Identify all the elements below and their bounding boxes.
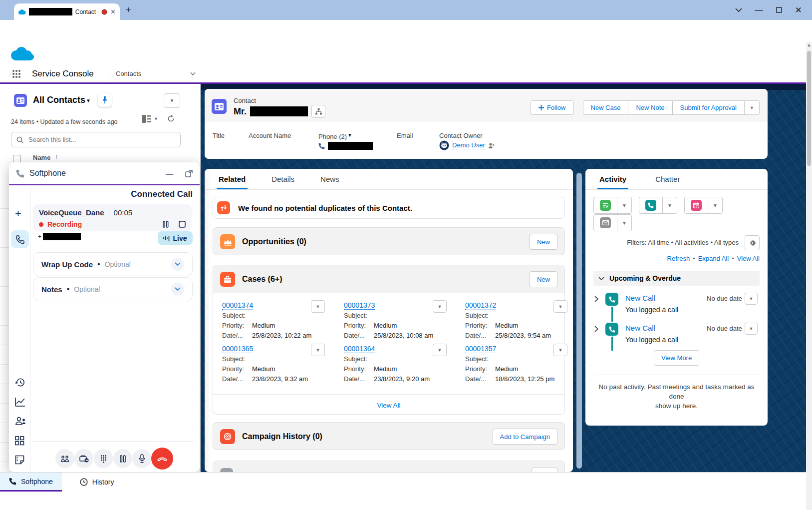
sort-ascending-icon[interactable]: ↑ [55, 153, 58, 160]
log-call-split-button[interactable]: ▼ [639, 197, 677, 214]
cases-title[interactable]: Cases (6+) [242, 275, 282, 284]
tab-chatter[interactable]: Chatter [653, 170, 682, 189]
phone-dropdown-icon[interactable]: ▼ [347, 132, 352, 138]
add-to-campaign-button[interactable]: Add to Campaign [493, 429, 557, 445]
opportunities-new-button[interactable]: New [530, 234, 557, 250]
notes-pad-icon[interactable] [15, 455, 24, 465]
case-number-link[interactable]: 00001364 [344, 345, 375, 353]
wrap-up-code-section[interactable]: Wrap Up Code • Optional [33, 252, 193, 276]
salesforce-logo[interactable] [8, 45, 36, 64]
tab-related[interactable]: Related [217, 170, 248, 189]
case-number-link[interactable]: 00001365 [222, 345, 253, 353]
chevron-down-icon[interactable]: ▼ [663, 197, 677, 213]
cases-new-button[interactable]: New [530, 271, 557, 287]
tab-activity[interactable]: Activity [597, 170, 628, 189]
conference-button[interactable] [55, 449, 74, 468]
chevron-down-icon[interactable]: ▼ [617, 215, 631, 231]
apps-grid-icon[interactable] [15, 436, 24, 446]
app-launcher-waffle-icon[interactable] [12, 69, 21, 78]
list-refresh-icon[interactable] [167, 114, 175, 123]
view-hierarchy-button[interactable] [311, 105, 325, 118]
transfer-call-button[interactable] [74, 449, 93, 468]
new-tab-button[interactable]: + [126, 5, 131, 15]
change-owner-icon[interactable] [488, 142, 495, 149]
new-note-button[interactable]: New Note [628, 100, 672, 115]
expand-item-chevron-icon[interactable] [594, 296, 598, 302]
popout-icon[interactable] [185, 170, 193, 177]
browser-tab[interactable]: Contact | Sal ✕ [14, 3, 120, 20]
window-close-button[interactable]: ✕ [795, 5, 802, 15]
pause-recording-icon[interactable] [163, 221, 169, 228]
scroll-up-arrow-icon[interactable]: ▲ [806, 42, 812, 49]
activity-filter-settings-button[interactable] [745, 235, 760, 250]
activity-actions-button[interactable]: ▼ [745, 323, 758, 335]
live-transcription-pill[interactable]: Live [158, 231, 193, 245]
tab-news[interactable]: News [318, 170, 341, 189]
follow-button[interactable]: Follow [531, 100, 574, 115]
owner-link[interactable]: Demo User [452, 141, 485, 149]
case-number-link[interactable]: 00001357 [465, 345, 496, 353]
end-call-button[interactable] [151, 448, 173, 470]
contacts-directory-icon[interactable] [15, 416, 26, 426]
view-all-link[interactable]: View All [737, 255, 760, 262]
activity-actions-button[interactable]: ▼ [745, 293, 758, 305]
list-search[interactable] [11, 132, 181, 147]
case-row-actions-button[interactable]: ▼ [311, 300, 325, 313]
utility-tab-history[interactable]: History [71, 473, 123, 492]
stats-chart-icon[interactable] [15, 397, 25, 407]
list-view-chevron-icon[interactable]: ▼ [86, 98, 91, 103]
case-row-actions-button[interactable]: ▼ [433, 300, 447, 313]
section-collapse-chevron-icon[interactable] [598, 277, 604, 280]
email-split-button[interactable]: ▼ [593, 214, 632, 231]
more-actions-dropdown-button[interactable]: ▼ [745, 100, 760, 115]
campaign-history-title[interactable]: Campaign History (0) [242, 432, 322, 441]
display-as-chevron-icon[interactable]: ▼ [154, 116, 158, 121]
activity-title-link[interactable]: New Call [625, 324, 655, 332]
case-number-link[interactable]: 00001373 [344, 301, 375, 310]
stop-recording-icon[interactable] [179, 221, 186, 228]
case-number-link[interactable]: 00001374 [222, 301, 253, 310]
new-event-split-button[interactable]: ▼ [684, 197, 723, 214]
new-case-button[interactable]: New Case [583, 100, 629, 115]
view-more-button[interactable]: View More [654, 350, 699, 366]
utility-tab-softphone[interactable]: Softphone [0, 473, 62, 492]
list-actions-dropdown-button[interactable]: ▼ [164, 93, 180, 108]
tab-close-icon[interactable]: ✕ [110, 8, 116, 15]
list-search-input[interactable] [27, 135, 175, 144]
chevron-down-icon[interactable]: ▼ [617, 197, 631, 213]
expand-notes-chevron-icon[interactable] [171, 283, 184, 296]
notes-section[interactable]: Notes • Optional [33, 277, 193, 301]
activity-title-link[interactable]: New Call [625, 294, 655, 302]
display-as-icon[interactable] [142, 115, 151, 123]
case-row-actions-button[interactable]: ▼ [311, 344, 325, 356]
window-maximize-button[interactable] [776, 7, 782, 13]
center-scrollbar[interactable] [576, 173, 582, 469]
select-all-checkbox[interactable] [13, 155, 21, 163]
pin-list-button[interactable] [98, 93, 112, 107]
case-row-actions-button[interactable]: ▼ [553, 300, 567, 313]
chevron-down-icon[interactable] [190, 72, 196, 75]
expand-item-chevron-icon[interactable] [594, 326, 598, 332]
dialpad-button[interactable] [94, 449, 113, 468]
new-task-split-button[interactable]: ▼ [593, 197, 632, 214]
call-history-icon[interactable] [15, 377, 25, 388]
cases-view-all-link[interactable]: View All [377, 402, 400, 409]
opportunities-title[interactable]: Opportunities (0) [242, 237, 306, 246]
mute-microphone-button[interactable] [132, 449, 151, 468]
window-menu-chevron-icon[interactable] [735, 8, 742, 12]
case-number-link[interactable]: 00001372 [465, 301, 496, 310]
tab-details[interactable]: Details [270, 170, 296, 189]
list-view-title[interactable]: All Contacts [33, 95, 85, 105]
expand-wrapup-chevron-icon[interactable] [171, 258, 184, 271]
scrollbar-thumb[interactable] [807, 51, 811, 166]
owner-avatar[interactable] [439, 140, 449, 150]
new-call-plus-icon[interactable]: + [15, 207, 21, 220]
page-scrollbar[interactable]: ▲ [806, 42, 812, 510]
minimize-softphone-icon[interactable]: — [166, 169, 173, 178]
hold-call-button[interactable] [113, 449, 132, 468]
upcoming-overdue-section-header[interactable]: Upcoming & Overdue [593, 271, 760, 286]
active-call-rail-button[interactable] [11, 230, 29, 248]
chevron-down-icon[interactable]: ▼ [708, 197, 722, 213]
case-row-actions-button[interactable]: ▼ [433, 344, 447, 356]
case-row-actions-button[interactable]: ▼ [553, 344, 567, 356]
